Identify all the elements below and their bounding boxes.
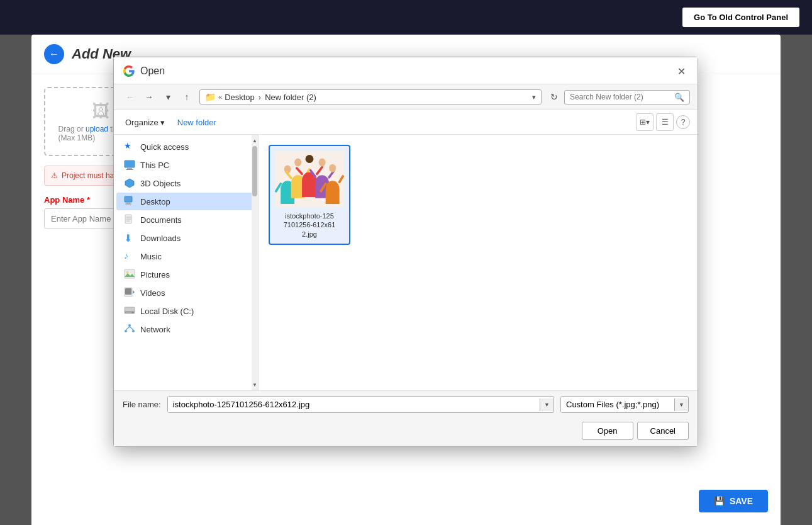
view-details-button[interactable]: ☰ bbox=[656, 113, 674, 131]
search-icon: 🔍 bbox=[674, 93, 684, 102]
dialog-toolbar: ← → ▾ ↑ 📁 « Desktop › New folder (2) ▾ ↻… bbox=[114, 84, 698, 110]
nav-up-button[interactable]: ↑ bbox=[178, 88, 196, 106]
svg-rect-0 bbox=[125, 161, 135, 167]
search-bar[interactable]: 🔍 bbox=[564, 90, 690, 104]
svg-rect-2 bbox=[126, 169, 133, 170]
pictures-icon bbox=[124, 269, 135, 280]
local-disk-icon bbox=[124, 305, 135, 317]
file-name: istockphoto-1257101256-612x612.jpg bbox=[284, 212, 336, 239]
filetype-select-wrap[interactable]: Custom Files (*.jpg;*.png) ▼ bbox=[560, 396, 689, 413]
svg-rect-4 bbox=[125, 196, 132, 202]
sidebar-item-desktop[interactable]: Desktop bbox=[116, 193, 255, 210]
file-open-dialog: Open ✕ ← → ▾ ↑ 📁 « Desktop › New folder … bbox=[113, 57, 698, 447]
scroll-down-button[interactable]: ▼ bbox=[252, 380, 257, 389]
sidebar-item-label: Documents bbox=[140, 215, 250, 225]
sidebar-item-local-disk[interactable]: Local Disk (C:) bbox=[116, 302, 255, 320]
sidebar-item-pictures[interactable]: Pictures bbox=[116, 266, 255, 283]
dialog-close-button[interactable]: ✕ bbox=[674, 64, 689, 79]
sidebar-item-label: Quick access bbox=[140, 142, 250, 152]
sidebar-item-videos[interactable]: Videos bbox=[116, 284, 255, 302]
svg-point-38 bbox=[329, 164, 336, 172]
quick-access-icon: ★ bbox=[124, 141, 135, 152]
filename-input[interactable] bbox=[168, 397, 540, 412]
svg-rect-16 bbox=[125, 288, 131, 295]
sidebar-item-label: Videos bbox=[140, 288, 250, 298]
sidebar-item-label: This PC bbox=[140, 161, 250, 170]
downloads-icon: ⬇ bbox=[124, 232, 135, 244]
help-button[interactable]: ? bbox=[676, 115, 690, 129]
this-pc-icon bbox=[124, 159, 135, 171]
svg-point-19 bbox=[132, 312, 134, 313]
svg-point-35 bbox=[319, 159, 326, 167]
filename-label: File name: bbox=[123, 400, 161, 409]
view-large-icons-button[interactable]: ⊞▾ bbox=[636, 113, 653, 131]
dialog-title-text: Open bbox=[140, 65, 165, 77]
sidebar-item-documents[interactable]: Documents bbox=[116, 211, 255, 229]
open-button[interactable]: Open bbox=[582, 422, 633, 440]
dialog-footer: File name: ▼ Custom Files (*.jpg;*.png) … bbox=[114, 390, 698, 446]
svg-marker-15 bbox=[133, 290, 135, 294]
google-icon bbox=[123, 65, 135, 77]
filename-dropdown-button[interactable]: ▼ bbox=[540, 398, 553, 411]
documents-icon bbox=[124, 214, 135, 225]
network-icon bbox=[124, 324, 135, 335]
svg-rect-6 bbox=[125, 204, 131, 205]
sidebar-item-this-pc[interactable]: This PC bbox=[116, 156, 255, 174]
desktop-icon bbox=[124, 196, 135, 207]
breadcrumb-desktop[interactable]: Desktop bbox=[225, 93, 255, 102]
organize-button[interactable]: Organize ▾ bbox=[121, 115, 169, 130]
nav-dropdown-button[interactable]: ▾ bbox=[159, 88, 177, 106]
search-input[interactable] bbox=[570, 93, 674, 101]
svg-point-22 bbox=[132, 330, 135, 332]
sidebar-item-downloads[interactable]: ⬇ Downloads bbox=[116, 229, 255, 247]
sidebar-item-label: Desktop bbox=[140, 197, 250, 206]
folder-icon: 📁 bbox=[205, 92, 216, 102]
sidebar-item-label: Network bbox=[140, 325, 250, 334]
3d-objects-icon bbox=[124, 178, 135, 189]
music-icon: ♪ bbox=[124, 251, 135, 262]
dialog-files-area: istockphoto-1257101256-612x612.jpg bbox=[259, 135, 698, 390]
sidebar-item-3d-objects[interactable]: 3D Objects bbox=[116, 174, 255, 192]
svg-rect-5 bbox=[126, 203, 130, 204]
filetype-dropdown-icon: ▼ bbox=[674, 398, 688, 411]
file-item[interactable]: istockphoto-1257101256-612x612.jpg bbox=[269, 145, 350, 245]
cancel-button[interactable]: Cancel bbox=[637, 422, 689, 440]
dialog-overlay: Open ✕ ← → ▾ ↑ 📁 « Desktop › New folder … bbox=[0, 0, 812, 525]
dialog-title: Open bbox=[123, 65, 165, 77]
scroll-thumb bbox=[252, 146, 257, 196]
svg-line-24 bbox=[130, 327, 133, 330]
sidebar-scrollbar[interactable]: ▲ ▼ bbox=[252, 135, 258, 390]
dialog-titlebar: Open ✕ bbox=[114, 57, 698, 84]
footer-row: File name: ▼ Custom Files (*.jpg;*.png) … bbox=[114, 391, 698, 418]
dialog-sidebar: ★ Quick access This PC bbox=[114, 135, 259, 390]
svg-point-32 bbox=[306, 155, 314, 163]
file-thumbnail bbox=[275, 151, 344, 208]
nav-forward-button[interactable]: → bbox=[140, 88, 158, 106]
new-folder-button[interactable]: New folder bbox=[174, 115, 220, 130]
svg-rect-1 bbox=[127, 168, 132, 169]
sidebar-item-network[interactable]: Network bbox=[116, 320, 255, 338]
scroll-up-button[interactable]: ▲ bbox=[252, 136, 257, 145]
svg-point-20 bbox=[128, 324, 131, 327]
sidebar-item-label: Local Disk (C:) bbox=[140, 307, 250, 316]
view-options: ⊞▾ ☰ ? bbox=[636, 113, 690, 131]
breadcrumb-separator: « bbox=[218, 93, 222, 101]
svg-point-29 bbox=[294, 159, 301, 167]
nav-back-button[interactable]: ← bbox=[121, 88, 139, 106]
svg-line-23 bbox=[126, 327, 130, 330]
sidebar-item-music[interactable]: ♪ Music bbox=[116, 247, 255, 265]
sidebar-item-label: Downloads bbox=[140, 234, 250, 243]
dialog-cmdbar: Organize ▾ New folder ⊞▾ ☰ ? bbox=[114, 110, 698, 135]
breadcrumb-folder[interactable]: New folder (2) bbox=[265, 93, 316, 102]
breadcrumb-arrow1: › bbox=[259, 93, 261, 102]
svg-point-21 bbox=[125, 330, 127, 332]
refresh-button[interactable]: ↻ bbox=[545, 88, 563, 106]
sidebar-item-quick-access[interactable]: ★ Quick access bbox=[116, 138, 255, 155]
breadcrumb-dropdown-icon: ▾ bbox=[532, 93, 536, 101]
organize-dropdown-icon: ▾ bbox=[160, 118, 165, 127]
svg-point-12 bbox=[126, 271, 129, 274]
dialog-content: ★ Quick access This PC bbox=[114, 135, 698, 390]
videos-icon bbox=[124, 287, 135, 298]
filetype-select[interactable]: Custom Files (*.jpg;*.png) bbox=[561, 397, 674, 412]
breadcrumb[interactable]: 📁 « Desktop › New folder (2) ▾ bbox=[199, 89, 542, 104]
